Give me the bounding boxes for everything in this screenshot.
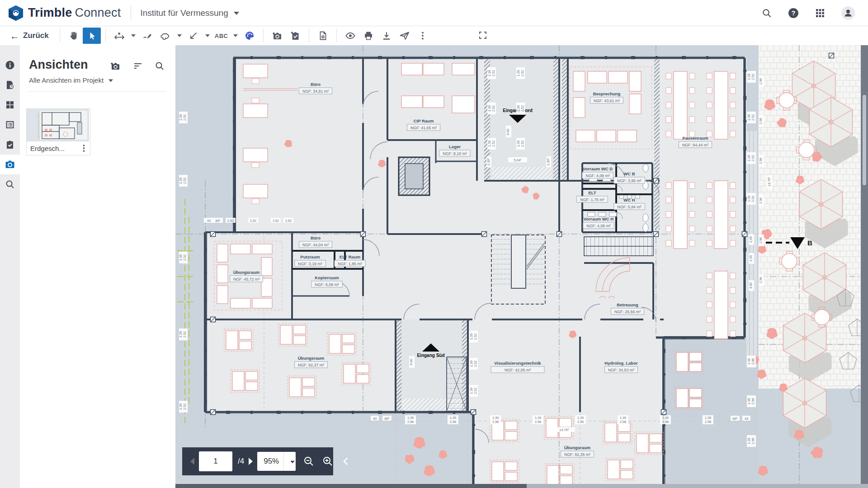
rail-dashboard[interactable] (0, 95, 20, 115)
freehand-tool-button[interactable] (138, 28, 156, 44)
views-panel: Ansichten Alle Ansichten im Projekt (20, 45, 176, 488)
fullscreen-button[interactable] (474, 27, 492, 43)
zoom-level-dropdown[interactable]: 95% (257, 452, 296, 471)
svg-text:2,52: 2,52 (491, 70, 495, 76)
svg-text:2,96: 2,96 (759, 158, 763, 164)
rail-recent-files[interactable] (0, 75, 20, 95)
brand-text: TrimbleConnect (28, 6, 121, 20)
text-tool-button[interactable]: ABC (212, 28, 231, 44)
document-settings-button[interactable] (314, 28, 332, 44)
svg-text:1,30⁵: 1,30⁵ (486, 158, 491, 165)
svg-text:1,39: 1,39 (747, 398, 751, 404)
east-walkway (746, 131, 758, 367)
views-filter-dropdown[interactable]: Alle Ansichten im Projekt (29, 76, 166, 84)
avatar[interactable] (841, 6, 855, 20)
svg-text:1,39: 1,39 (705, 416, 711, 420)
cloud-tool-button[interactable] (156, 28, 175, 44)
trimble-logo-icon (8, 5, 24, 21)
svg-text:?: ? (792, 9, 796, 17)
text-tool-caret[interactable] (233, 34, 238, 37)
room-area-label: NGF: 42,95 m² (505, 368, 531, 372)
sort-icon[interactable] (133, 61, 143, 70)
page-number-input[interactable] (199, 451, 232, 471)
prev-page-button[interactable] (190, 458, 194, 465)
help-icon[interactable]: ? (788, 7, 799, 19)
svg-text:1,39: 1,39 (516, 105, 520, 112)
download-button[interactable] (377, 28, 396, 44)
vertical-scrollbar[interactable] (861, 45, 868, 484)
svg-text:2,96: 2,96 (751, 438, 755, 444)
collapse-toolbar-button[interactable] (341, 456, 351, 466)
add-view-camera-icon[interactable] (109, 61, 121, 71)
print-button[interactable] (359, 28, 377, 44)
share-button[interactable] (396, 28, 414, 44)
room-label: ELT (588, 190, 596, 195)
next-page-button[interactable] (249, 458, 253, 465)
search-icon[interactable] (155, 61, 165, 71)
svg-text:2,52: 2,52 (751, 74, 755, 80)
svg-text:2,96: 2,96 (492, 420, 499, 424)
rail-search[interactable] (0, 174, 20, 194)
add-snapshot-button[interactable] (268, 28, 286, 44)
room-label: Betreuung (617, 302, 638, 307)
trimble-logo[interactable]: TrimbleConnect (8, 5, 121, 21)
back-button[interactable]: ←Zurück (10, 31, 49, 41)
rail-todos[interactable] (0, 135, 20, 155)
color-palette-button[interactable] (241, 28, 259, 44)
svg-text:69⁵: 69⁵ (215, 219, 220, 223)
measure-tool-button[interactable] (110, 28, 128, 44)
vertical-scrollbar-thumb[interactable] (863, 95, 866, 185)
svg-text:1,39: 1,39 (487, 141, 491, 147)
search-icon (5, 179, 15, 189)
arrow-tool-caret[interactable] (205, 34, 210, 37)
svg-text:2,96: 2,96 (577, 420, 584, 424)
page-toolbar: /4 95% (182, 447, 333, 475)
svg-text:5,04⁵: 5,04⁵ (514, 158, 521, 162)
svg-text:2,52: 2,52 (491, 105, 495, 112)
zoom-in-button[interactable] (322, 455, 334, 467)
printer-icon (363, 30, 374, 41)
arrow-tool-button[interactable] (184, 28, 203, 44)
svg-text:2,52: 2,52 (520, 105, 524, 112)
plan-canvas[interactable]: BüroNGF: 34,91 m²CIP RaumNGF: 41,65 m²La… (175, 45, 868, 488)
search-icon[interactable] (761, 8, 772, 19)
arrow-line-icon (188, 30, 199, 41)
rail-list[interactable] (0, 115, 20, 135)
svg-text:2,52: 2,52 (183, 254, 187, 261)
toolbar-separator (263, 29, 264, 42)
horizontal-scrollbar-thumb[interactable] (175, 484, 527, 488)
svg-text:1,39: 1,39 (487, 70, 491, 76)
room-area-label: NGF: 4,08 m² (585, 174, 609, 178)
horizontal-scrollbar[interactable] (175, 484, 868, 488)
room-label: Büro (311, 82, 321, 87)
measure-tool-caret[interactable] (131, 34, 136, 37)
rail-info[interactable] (0, 55, 20, 75)
view-thumbnail-image (27, 109, 89, 141)
room-area-label: NGF: 1,76 m² (580, 197, 604, 202)
svg-text:2,96: 2,96 (535, 420, 541, 424)
view-thumbnail-card[interactable]: Erdgesch... (26, 108, 90, 155)
visibility-button[interactable] (341, 28, 359, 44)
zoom-out-button[interactable] (303, 455, 315, 467)
rail-views[interactable] (0, 155, 20, 174)
svg-text:2,52: 2,52 (183, 178, 187, 184)
cloud-tool-caret[interactable] (177, 34, 182, 37)
view-kebab-menu[interactable] (81, 143, 87, 154)
apps-grid-icon[interactable] (815, 8, 826, 19)
pan-tool-button[interactable] (65, 28, 83, 44)
room-label: WC B (623, 171, 635, 176)
room-area-label: NGF: 92,37 m² (298, 363, 324, 367)
svg-text:2,52: 2,52 (273, 219, 279, 223)
project-name: Institut für Vermessung (140, 8, 228, 18)
abc-icon: ABC (215, 33, 228, 39)
document-gear-icon (317, 30, 328, 41)
info-icon (5, 60, 15, 70)
add-todo-button[interactable] (286, 28, 304, 44)
task-plus-icon (289, 30, 301, 41)
svg-text:2,96: 2,96 (759, 118, 763, 124)
more-options-button[interactable] (414, 28, 432, 44)
toolbar-separator (60, 29, 60, 42)
project-selector[interactable]: Institut für Vermessung (140, 8, 239, 18)
select-tool-button[interactable] (83, 28, 101, 44)
south-stair (447, 357, 467, 411)
